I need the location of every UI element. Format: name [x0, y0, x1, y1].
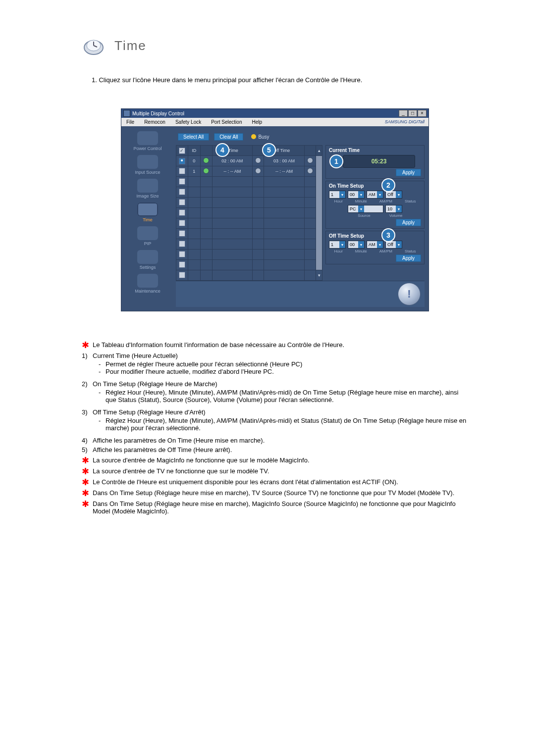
- menu-remocon[interactable]: Remocon: [139, 118, 170, 126]
- table-row: [176, 260, 322, 270]
- menu-port-selection[interactable]: Port Selection: [206, 118, 247, 126]
- menu-safety-lock[interactable]: Safety Lock: [170, 118, 206, 126]
- table-row: [176, 177, 322, 187]
- select-all-button[interactable]: Select All: [178, 133, 209, 141]
- row-check-icon[interactable]: [179, 251, 185, 257]
- chevron-down-icon: ▾: [339, 241, 345, 248]
- cell-off-time: 03 : 00 AM: [264, 156, 304, 166]
- note-text: Le Contrôle de l'Heure est uniquement di…: [93, 478, 468, 486]
- row-check-icon[interactable]: [179, 158, 185, 164]
- label-ampm: AM/PM: [374, 199, 397, 203]
- sidebar-item-pip[interactable]: PIP: [124, 226, 171, 246]
- table-row: [176, 229, 322, 239]
- on-hour-select[interactable]: 1▾: [329, 191, 346, 199]
- sidebar-item-power-control[interactable]: Power Control: [124, 131, 171, 151]
- off-hour-select[interactable]: 1▾: [329, 241, 346, 249]
- scroll-up[interactable]: ▴: [316, 146, 322, 156]
- label-hour: Hour: [329, 249, 348, 253]
- sidebar-item-maintenance[interactable]: Maintenance: [124, 274, 171, 294]
- maximize-button[interactable]: □: [408, 110, 417, 117]
- row-check-icon[interactable]: [179, 209, 185, 216]
- current-time-value: 1 05:23: [343, 155, 415, 168]
- star-icon: ✱: [82, 500, 93, 508]
- list-sub: Réglez Hour (Heure), Minute (Minute), AM…: [106, 417, 468, 432]
- sidebar-item-settings[interactable]: Settings: [124, 250, 171, 270]
- row-check-icon[interactable]: [179, 220, 185, 226]
- col-check[interactable]: [176, 146, 188, 156]
- off-led-icon: [255, 168, 261, 174]
- chevron-down-icon: ▾: [358, 241, 364, 248]
- on-volume-select[interactable]: 10▾: [385, 205, 402, 213]
- on-minute-select[interactable]: 00▾: [348, 191, 365, 199]
- on-led-icon: [203, 168, 209, 174]
- cell-on-time: 02 : 00 AM: [212, 156, 252, 166]
- note-text: Dans On Time Setup (Réglage heure mise e…: [93, 489, 468, 497]
- apply-on-time-button[interactable]: Apply: [396, 219, 421, 226]
- apply-off-time-button[interactable]: Apply: [396, 254, 421, 262]
- menu-help[interactable]: Help: [247, 118, 267, 126]
- star-icon: ✱: [82, 456, 93, 464]
- menu-file[interactable]: File: [121, 118, 139, 126]
- label-hour: Hour: [329, 199, 348, 203]
- table-row: [176, 198, 322, 208]
- table-row[interactable]: 0 02 : 00 AM 03 : 00 AM: [176, 156, 322, 166]
- label-ampm: AM/PM: [374, 249, 397, 253]
- busy-label: Busy: [258, 134, 269, 140]
- row-check-icon[interactable]: [179, 230, 185, 237]
- apply-current-time-button[interactable]: Apply: [396, 169, 421, 176]
- row-check-icon[interactable]: [179, 189, 185, 195]
- label-volume: Volume: [386, 213, 406, 218]
- input-icon: [137, 155, 158, 169]
- titlebar[interactable]: Multiple Display Control _ □ ×: [121, 109, 428, 118]
- on-ampm-select[interactable]: AM▾: [367, 191, 383, 199]
- row-check-icon[interactable]: [179, 261, 185, 268]
- table-row[interactable]: 1 -- : -- AM -- : -- AM: [176, 166, 322, 177]
- off-minute-select[interactable]: 00▾: [348, 241, 365, 249]
- note-text: La source d'entrée de TV ne fonctionne q…: [93, 467, 468, 475]
- row-check-icon[interactable]: [179, 272, 185, 278]
- close-button[interactable]: ×: [418, 110, 427, 117]
- col-id[interactable]: ID: [188, 146, 201, 156]
- brand-label: SAMSUNG DIGITall: [381, 118, 428, 126]
- chevron-down-icon: ▾: [396, 205, 402, 212]
- table-row: [176, 239, 322, 250]
- table-row: [176, 218, 322, 229]
- off-ampm-select[interactable]: AM▾: [367, 241, 383, 249]
- chevron-down-icon: ▾: [358, 191, 364, 198]
- clock-text: 05:23: [372, 158, 387, 165]
- minimize-button[interactable]: _: [399, 110, 408, 117]
- cell-off-time: -- : -- AM: [264, 166, 304, 177]
- table-row: [176, 187, 322, 198]
- row-check-icon[interactable]: [179, 241, 185, 247]
- scroll-down[interactable]: ▾: [316, 270, 322, 281]
- sidebar-item-image-size[interactable]: Image Size: [124, 179, 171, 199]
- pip-icon: [137, 226, 158, 240]
- chevron-down-icon: ▾: [358, 205, 364, 212]
- scrollbar[interactable]: [316, 156, 322, 270]
- sidebar-item-input-source[interactable]: Input Source: [124, 155, 171, 175]
- label-minute: Minute: [350, 249, 372, 253]
- label-source: Source: [344, 213, 384, 218]
- row-check-icon[interactable]: [179, 199, 185, 205]
- row-check-icon[interactable]: [179, 168, 185, 174]
- list-title: Off Time Setup (Réglage Heure d'Arrêt): [93, 408, 206, 416]
- note-text: Dans On Time Setup (Réglage heure mise e…: [93, 500, 468, 515]
- star-icon: ✱: [82, 489, 93, 497]
- on-source-select[interactable]: PC▾: [348, 205, 383, 213]
- panel-title: On Time Setup: [329, 183, 421, 189]
- star-icon: ✱: [82, 341, 93, 349]
- chevron-down-icon: ▾: [377, 241, 383, 248]
- sidebar-item-time[interactable]: Time: [124, 202, 171, 222]
- list-number: 5): [82, 446, 93, 454]
- panel-title: Current Time: [329, 148, 421, 153]
- table-row: ▾: [176, 270, 322, 281]
- panel-off-time-setup: 3 Off Time Setup 1▾ 00▾ AM▾ Off▾ Hour: [325, 231, 425, 264]
- row-check-icon[interactable]: [179, 178, 185, 185]
- cell-id: 1: [188, 166, 201, 177]
- clear-all-button[interactable]: Clear All: [214, 133, 243, 141]
- list-title: Affiche les paramètres de Off Time (Heur…: [93, 446, 232, 454]
- list-number: 2): [82, 380, 93, 388]
- list-title: Affiche les paramètres de On Time (Heure…: [93, 437, 265, 444]
- sidebar-label: Image Size: [124, 194, 171, 199]
- time-icon: [137, 202, 158, 216]
